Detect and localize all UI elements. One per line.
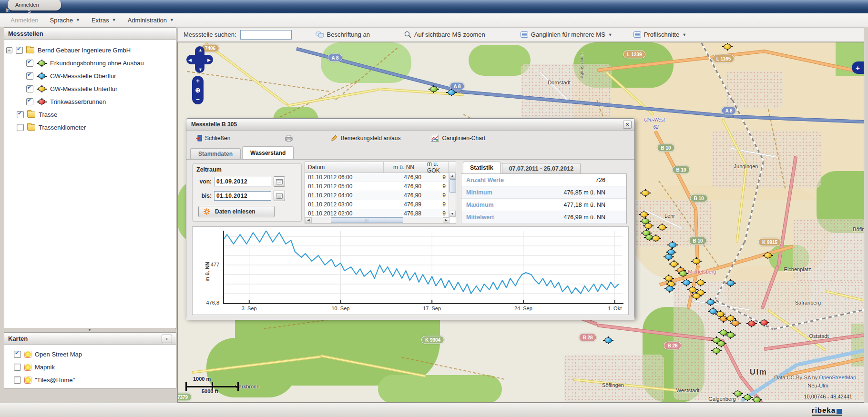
collapse-panel-button[interactable]: »	[162, 335, 172, 343]
bis-date-input[interactable]	[214, 191, 271, 201]
map-marker[interactable]	[711, 347, 722, 355]
pan-south-icon[interactable]: ▼	[198, 67, 203, 72]
map-marker[interactable]	[730, 319, 741, 327]
map-marker[interactable]	[716, 340, 726, 347]
pan-north-icon[interactable]: ▲	[198, 48, 203, 52]
zoom-out-icon[interactable]: −	[196, 96, 200, 103]
map-marker[interactable]	[725, 331, 736, 339]
daten-einlesen-button[interactable]: Daten einlesen	[198, 206, 275, 217]
collapse-icon[interactable]: −	[6, 47, 12, 53]
tree-item-trasse[interactable]: Trasse	[6, 108, 176, 121]
schliessen-button[interactable]: Schließen	[192, 133, 233, 143]
column-header-gok[interactable]: m u. GOK	[424, 162, 449, 173]
map-marker[interactable]	[695, 279, 706, 286]
checkbox[interactable]	[17, 124, 24, 131]
attribution-link[interactable]: OpenStreetMap	[819, 375, 856, 380]
map-marker[interactable]	[733, 390, 743, 397]
map-pan-control[interactable]: ▲ ◀ ▶ ▼	[186, 46, 213, 73]
tab-date-range[interactable]: 07.07.2011 - 25.07.2012	[502, 163, 581, 173]
checkbox[interactable]	[14, 376, 21, 384]
checkbox[interactable]	[26, 72, 33, 80]
map-marker[interactable]	[643, 222, 654, 230]
sidebar-splitter[interactable]: ▼	[4, 328, 175, 332]
vertical-scrollbar[interactable]: ▲ ▼	[449, 173, 456, 217]
scrollbar-thumb[interactable]	[449, 179, 456, 193]
map-marker[interactable]	[429, 85, 439, 93]
scroll-left-icon[interactable]: ◀	[305, 217, 312, 223]
map-marker[interactable]	[681, 279, 692, 286]
map-marker[interactable]	[664, 253, 674, 261]
map-marker[interactable]	[678, 270, 688, 277]
scrollbar-thumb[interactable]: |||	[331, 217, 403, 223]
map-marker[interactable]	[691, 292, 702, 300]
tab-statistik[interactable]: Statistik	[463, 162, 500, 173]
map-marker[interactable]	[691, 257, 702, 265]
layer-item-osm[interactable]: Open Street Map	[6, 348, 176, 361]
pan-east-icon[interactable]: ▶	[207, 58, 211, 62]
map-marker[interactable]	[667, 241, 678, 249]
tree-item-gw-unterflur[interactable]: GW-Messstelle Unterflur	[6, 82, 176, 95]
ganglinien-mehrere-ms-button[interactable]: Ganglinien für mehrere MS ▼	[518, 30, 615, 40]
map-marker[interactable]	[705, 298, 716, 306]
map-marker[interactable]	[763, 252, 773, 259]
dialog-titlebar[interactable]: Messstelle B 305 ✕	[186, 119, 634, 131]
map-marker[interactable]	[664, 285, 675, 293]
scroll-right-icon[interactable]: ▶	[443, 217, 449, 223]
close-icon[interactable]: ✕	[623, 121, 632, 129]
checkbox[interactable]	[16, 47, 23, 54]
print-button[interactable]	[282, 133, 296, 143]
table-row[interactable]: 01.10.2012 06:00476,909	[305, 173, 456, 182]
map-marker[interactable]	[603, 336, 613, 344]
column-header-mnn[interactable]: m ü. NN	[384, 162, 424, 173]
tree-item-erkundungsbohrung[interactable]: Erkundungsbohrung ohne Ausbau	[6, 57, 176, 70]
menu-anmelden[interactable]: Anmelden	[5, 15, 44, 26]
login-popup-tab[interactable]: Anmelden	[8, 0, 61, 10]
map-marker[interactable]	[640, 189, 651, 197]
horizontal-scrollbar[interactable]: ◀ ||| ▶	[305, 217, 449, 223]
checkbox[interactable]	[14, 364, 21, 371]
map-marker[interactable]	[752, 396, 762, 403]
map-marker[interactable]	[725, 279, 736, 287]
calendar-button[interactable]	[274, 176, 285, 187]
profilschnitte-button[interactable]: Profilschnitte ▼	[631, 30, 689, 40]
map-marker[interactable]	[651, 234, 661, 242]
layer-switcher-button[interactable]: +	[852, 61, 864, 74]
zoom-visible-ms-button[interactable]: Auf sichtbare MS zoomen	[402, 30, 488, 40]
messstelle-dialog[interactable]: Messstelle B 305 ✕ Schließen Bemerkungsf…	[186, 118, 635, 318]
tree-item-trinkwasserbrunnen[interactable]: Trinkwasserbrunnen	[6, 95, 176, 108]
checkbox[interactable]	[26, 98, 33, 105]
von-date-input[interactable]	[214, 177, 271, 186]
beschriftung-button[interactable]: Beschriftung an	[313, 30, 372, 40]
map-marker[interactable]	[446, 89, 457, 96]
pan-west-icon[interactable]: ◀	[188, 58, 192, 62]
layer-item-mapnik[interactable]: Mapnik	[6, 361, 176, 374]
table-row[interactable]: 01.10.2012 04:00476,909	[305, 191, 456, 200]
globe-icon[interactable]: ⊕	[195, 87, 201, 93]
map-marker[interactable]	[657, 224, 667, 231]
column-header-datum[interactable]: Datum	[305, 162, 384, 173]
tree-item-gw-oberflur[interactable]: GW-Messstelle Oberflur	[6, 70, 176, 82]
layer-item-tilesathome[interactable]: "Tiles@Home"	[6, 374, 176, 386]
calendar-button[interactable]	[274, 191, 285, 201]
menu-extras[interactable]: Extras▼	[86, 15, 122, 26]
scroll-down-icon[interactable]: ▼	[449, 211, 456, 217]
table-row[interactable]: 01.10.2012 05:00476,909	[305, 182, 456, 191]
map-marker[interactable]	[746, 320, 757, 327]
checkbox[interactable]	[17, 111, 24, 118]
ganglinien-chart-button[interactable]: Ganglinien-Chart	[428, 133, 488, 143]
map-marker[interactable]	[722, 43, 733, 51]
tab-stammdaten[interactable]: Stammdaten	[190, 148, 241, 159]
menu-administration[interactable]: Administration▼	[122, 15, 180, 26]
map-marker[interactable]	[742, 394, 753, 401]
tab-wasserstand[interactable]: Wasserstand	[242, 146, 294, 159]
bemerkungsfeld-button[interactable]: Bemerkungsfeld an/aus	[327, 133, 403, 143]
checkbox[interactable]	[26, 60, 33, 67]
map-zoom-control[interactable]: + ⊕ −	[192, 76, 204, 104]
search-input[interactable]	[240, 30, 292, 40]
menu-sprache[interactable]: Sprache▼	[44, 15, 86, 26]
table-row[interactable]: 01.10.2012 03:00476,899	[305, 200, 456, 209]
zoom-in-icon[interactable]: +	[196, 77, 200, 84]
scroll-up-icon[interactable]: ▲	[449, 173, 456, 179]
tree-item-trassenkilometer[interactable]: Trassenkilometer	[6, 121, 176, 134]
checkbox[interactable]	[14, 351, 21, 358]
